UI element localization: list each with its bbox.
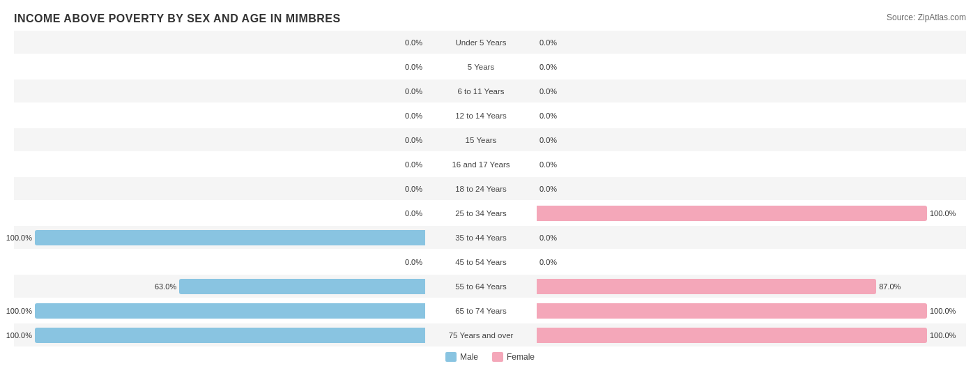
female-value: 0.0%	[539, 63, 557, 71]
legend-female: Female	[492, 352, 535, 362]
legend-male-label: Male	[460, 352, 478, 362]
female-bar	[537, 303, 927, 319]
age-label: 45 to 54 Years	[425, 258, 537, 266]
left-side: 100.0%	[14, 226, 425, 249]
age-label: 12 to 14 Years	[425, 112, 537, 120]
right-side: 87.0%	[537, 275, 948, 298]
chart-title: INCOME ABOVE POVERTY BY SEX AND AGE IN M…	[14, 13, 966, 25]
age-label: 75 Years and over	[425, 331, 537, 340]
female-value: 0.0%	[539, 185, 557, 193]
age-label: 25 to 34 Years	[425, 209, 537, 218]
right-side: 0.0%	[537, 226, 948, 249]
female-value: 100.0%	[930, 209, 956, 218]
bars-area: 0.0%Under 5 Years0.0%0.0%5 Years0.0%0.0%…	[14, 31, 966, 346]
female-bar	[537, 279, 876, 294]
left-side: 0.0%	[14, 79, 425, 102]
male-value: 100.0%	[6, 331, 32, 340]
chart-row: 0.0%25 to 34 Years100.0%	[14, 201, 966, 224]
female-value: 0.0%	[539, 87, 557, 96]
right-side: 0.0%	[537, 128, 948, 151]
male-value: 0.0%	[405, 63, 422, 71]
chart-row: 100.0%65 to 74 Years100.0%	[14, 299, 966, 322]
male-bar	[179, 279, 425, 294]
age-label: 15 Years	[425, 136, 537, 144]
legend-male: Male	[445, 352, 478, 362]
male-value: 100.0%	[6, 307, 32, 315]
female-value: 0.0%	[539, 258, 557, 266]
legend: Male Female	[14, 352, 966, 362]
right-side: 0.0%	[537, 153, 948, 176]
legend-male-box	[445, 352, 457, 362]
chart-row: 0.0%15 Years0.0%	[14, 128, 966, 151]
chart-row: 100.0%75 Years and over100.0%	[14, 323, 966, 346]
male-value: 0.0%	[405, 258, 422, 266]
right-side: 0.0%	[537, 104, 948, 127]
male-value: 0.0%	[405, 38, 422, 47]
right-side: 0.0%	[537, 79, 948, 102]
right-side: 0.0%	[537, 250, 948, 273]
chart-row: 0.0%12 to 14 Years0.0%	[14, 104, 966, 127]
male-value: 0.0%	[405, 112, 422, 120]
left-side: 0.0%	[14, 177, 425, 200]
left-side: 0.0%	[14, 104, 425, 127]
female-bar	[537, 206, 927, 221]
male-bar	[35, 328, 425, 343]
left-side: 0.0%	[14, 250, 425, 273]
left-side: 0.0%	[14, 153, 425, 176]
age-label: 6 to 11 Years	[425, 87, 537, 96]
right-side: 100.0%	[537, 201, 948, 224]
male-value: 0.0%	[405, 209, 422, 218]
chart-row: 0.0%Under 5 Years0.0%	[14, 31, 966, 54]
age-label: 35 to 44 Years	[425, 234, 537, 242]
right-side: 100.0%	[537, 323, 948, 346]
female-value: 0.0%	[539, 160, 557, 169]
left-side: 100.0%	[14, 299, 425, 322]
male-bar	[35, 230, 425, 245]
male-bar	[35, 303, 425, 319]
male-value: 0.0%	[405, 185, 422, 193]
source-label: Source: ZipAtlas.com	[887, 13, 966, 22]
age-label: 65 to 74 Years	[425, 307, 537, 315]
chart-container: INCOME ABOVE POVERTY BY SEX AND AGE IN M…	[0, 0, 980, 389]
chart-row: 63.0%55 to 64 Years87.0%	[14, 275, 966, 298]
left-side: 63.0%	[14, 275, 425, 298]
female-value: 100.0%	[930, 331, 956, 340]
female-value: 0.0%	[539, 112, 557, 120]
left-side: 0.0%	[14, 55, 425, 78]
chart-row: 0.0%18 to 24 Years0.0%	[14, 177, 966, 200]
chart-row: 0.0%5 Years0.0%	[14, 55, 966, 78]
left-side: 0.0%	[14, 128, 425, 151]
female-value: 0.0%	[539, 136, 557, 144]
female-value: 0.0%	[539, 38, 557, 47]
left-side: 0.0%	[14, 201, 425, 224]
left-side: 0.0%	[14, 31, 425, 54]
age-label: 18 to 24 Years	[425, 185, 537, 193]
left-side: 100.0%	[14, 323, 425, 346]
chart-row: 0.0%45 to 54 Years0.0%	[14, 250, 966, 273]
right-side: 100.0%	[537, 299, 948, 322]
female-value: 100.0%	[930, 307, 956, 315]
age-label: 55 to 64 Years	[425, 282, 537, 291]
legend-female-box	[492, 352, 503, 362]
right-side: 0.0%	[537, 31, 948, 54]
chart-row: 0.0%16 and 17 Years0.0%	[14, 153, 966, 176]
male-value: 0.0%	[405, 87, 422, 96]
male-value: 100.0%	[6, 234, 32, 242]
age-label: 16 and 17 Years	[425, 160, 537, 169]
chart-row: 0.0%6 to 11 Years0.0%	[14, 79, 966, 102]
male-value: 63.0%	[155, 282, 176, 291]
female-value: 0.0%	[539, 234, 557, 242]
male-value: 0.0%	[405, 160, 422, 169]
male-value: 0.0%	[405, 136, 422, 144]
female-bar	[537, 328, 927, 343]
right-side: 0.0%	[537, 177, 948, 200]
age-label: 5 Years	[425, 63, 537, 71]
age-label: Under 5 Years	[425, 38, 537, 47]
right-side: 0.0%	[537, 55, 948, 78]
chart-row: 100.0%35 to 44 Years0.0%	[14, 226, 966, 249]
female-value: 87.0%	[879, 282, 901, 291]
legend-female-label: Female	[507, 352, 535, 362]
